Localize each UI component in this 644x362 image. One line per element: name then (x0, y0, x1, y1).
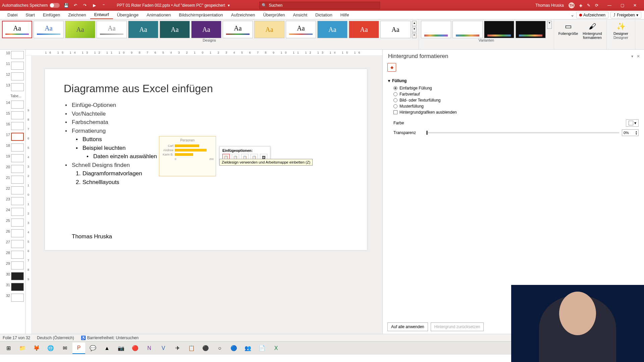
tab-aufzeichnen[interactable]: Aufzeichnen (227, 11, 259, 19)
variant-1[interactable] (421, 21, 451, 38)
app-icon-5[interactable]: ○ (213, 343, 226, 354)
thumbnail[interactable]: 15 (4, 111, 25, 121)
teams-icon[interactable]: 👥 (241, 343, 254, 354)
user-avatar[interactable]: TH (569, 2, 575, 8)
obs-icon[interactable]: ⚫ (199, 343, 212, 354)
thumbnail[interactable]: 22 (4, 186, 25, 196)
sync-icon[interactable]: ⟳ (595, 3, 598, 8)
theme-gallery[interactable]: Aa Aa Aa Aa Aa Aa Aa Aa Aa Aa Aa Aa Aa ▴… (2, 21, 417, 38)
theme-more[interactable]: ≡ (412, 33, 417, 38)
transparency-slider[interactable] (426, 132, 619, 133)
theme-1[interactable]: Aa (2, 21, 32, 38)
save-icon[interactable]: 💾 (63, 2, 69, 8)
theme-4[interactable]: Aa (97, 21, 127, 38)
app-icon-1[interactable]: 💬 (87, 343, 99, 354)
title-dropdown-icon[interactable]: ▾ (228, 3, 230, 8)
app-icon-6[interactable]: 🔵 (227, 343, 240, 354)
app-icon-7[interactable]: 📄 (256, 343, 268, 354)
chart-preview[interactable]: Personen CarlAndrewKarin B. 0200 (159, 136, 216, 176)
language-status[interactable]: Deutsch (Österreich) (37, 336, 74, 340)
theme-scroll-up[interactable]: ▴ (412, 21, 417, 26)
designer-button[interactable]: ✨Designer (609, 21, 633, 36)
thumbnail[interactable]: 11 (4, 61, 25, 72)
app-icon-3[interactable]: 🔴 (129, 343, 142, 354)
pane-options-icon[interactable]: ▾ (631, 54, 633, 59)
app-icon-2[interactable]: 📷 (115, 343, 127, 354)
thumbnail[interactable]: 25 (4, 218, 25, 229)
thumbnail[interactable]: Tabe... (10, 93, 25, 100)
user-name[interactable]: Thomas Hruska (535, 3, 564, 8)
minimize-button[interactable]: — (603, 1, 616, 9)
thumbnail[interactable]: 14 (4, 100, 25, 111)
tab-start[interactable]: Start (21, 11, 39, 19)
radio-pattern-fill[interactable]: Musterfüllung (393, 104, 639, 109)
thumbnail[interactable]: 16 (4, 121, 25, 132)
theme-10[interactable]: Aa (286, 21, 316, 38)
theme-8[interactable]: Aa (223, 21, 253, 38)
share-button[interactable]: ⤴Freigeben▾ (610, 12, 641, 18)
slide-count[interactable]: Folie 17 von 32 (3, 336, 30, 340)
search-input[interactable]: 🔍 Suchen (259, 2, 380, 9)
slide-title[interactable]: Diagramme aus Excel einfügen (64, 82, 348, 95)
checkbox-hide-graphics[interactable]: Hintergrundgrafiken ausblenden (393, 110, 639, 115)
theme-6[interactable]: Aa (160, 21, 190, 38)
thumbnail[interactable]: 17 (4, 132, 25, 143)
tab-bildschirm[interactable]: Bildschirmpräsentation (175, 11, 227, 19)
undo-icon[interactable]: ↶ (72, 2, 78, 8)
slide-canvas[interactable]: Diagramme aus Excel einfügen Einfüge-Opt… (45, 69, 367, 250)
fill-section[interactable]: ▾Füllung (388, 78, 639, 83)
collapse-ribbon-icon[interactable]: ⌄ (571, 12, 574, 17)
diamond-icon[interactable]: ◈ (579, 3, 582, 8)
theme-5[interactable]: Aa (128, 21, 158, 38)
thumbnail[interactable]: 20 (4, 164, 25, 175)
variant-2[interactable] (452, 21, 483, 38)
onenote-icon[interactable]: N (143, 343, 156, 354)
autosave-toggle[interactable]: Automatisches Speichern (2, 3, 60, 8)
pane-close-icon[interactable]: ✕ (637, 54, 640, 59)
visio-icon[interactable]: V (157, 343, 170, 354)
theme-13[interactable]: Aa (380, 21, 411, 38)
radio-solid-fill[interactable]: Einfarbige Füllung (393, 86, 639, 90)
theme-2[interactable]: Aa (34, 21, 64, 38)
format-background-button[interactable]: 🖌Hintergrund formatieren (580, 21, 604, 49)
firefox-icon[interactable]: 🦊 (30, 343, 43, 354)
tab-zeichnen[interactable]: Zeichnen (64, 11, 90, 19)
variant-3[interactable] (484, 21, 514, 38)
radio-picture-fill[interactable]: Bild- oder Texturfüllung (393, 98, 639, 103)
thumbnail[interactable]: 18 (4, 143, 25, 154)
variant-gallery[interactable]: ▾ (421, 21, 552, 38)
tab-hilfe[interactable]: Hilfe (336, 11, 353, 19)
presentation-mode-icon[interactable]: ▶ (91, 2, 97, 8)
theme-scroll-down[interactable]: ▾ (412, 27, 417, 32)
thumbnail[interactable]: 12 (4, 72, 25, 82)
apply-all-button[interactable]: Auf alle anwenden (387, 322, 428, 331)
thumbnail[interactable]: 23 (4, 196, 25, 207)
color-picker-button[interactable]: ▾ (626, 119, 639, 127)
excel-icon[interactable]: X (270, 343, 282, 354)
thumbnail[interactable]: 32 (4, 293, 25, 304)
tab-entwurf[interactable]: Entwurf (90, 11, 113, 19)
chrome-icon[interactable]: 🌐 (44, 343, 57, 354)
transparency-value[interactable]: 0%▴▾ (622, 129, 639, 136)
thumbnail[interactable]: 26 (4, 229, 25, 239)
vlc-icon[interactable]: ▲ (101, 343, 113, 354)
tab-ansicht[interactable]: Ansicht (289, 11, 311, 19)
start-button[interactable]: ⊞ (2, 343, 15, 354)
theme-9[interactable]: Aa (254, 21, 284, 38)
radio-gradient-fill[interactable]: Farbverlauf (393, 92, 639, 97)
tab-animationen[interactable]: Animationen (143, 11, 175, 19)
thumbnail[interactable]: 19 (4, 154, 25, 164)
accessibility-status[interactable]: ♿ Barrierefreiheit: Untersuchen (81, 336, 139, 340)
record-button[interactable]: Aufzeichnen (576, 12, 608, 18)
close-button[interactable]: ✕ (629, 1, 641, 9)
thumbnail[interactable]: 10 (4, 50, 25, 61)
thumbnail[interactable]: 28 (4, 250, 25, 261)
theme-11[interactable]: Aa (317, 21, 347, 38)
reset-background-button[interactable]: Hintergrund zurücksetzen (431, 322, 484, 331)
powerpoint-icon[interactable]: P (72, 343, 85, 354)
outlook-icon[interactable]: ✉ (58, 343, 71, 354)
tab-uebergaenge[interactable]: Übergänge (113, 11, 143, 19)
thumbnail[interactable]: 30 (4, 272, 25, 282)
telegram-icon[interactable]: ✈ (171, 343, 184, 354)
theme-3[interactable]: Aa (65, 21, 95, 38)
